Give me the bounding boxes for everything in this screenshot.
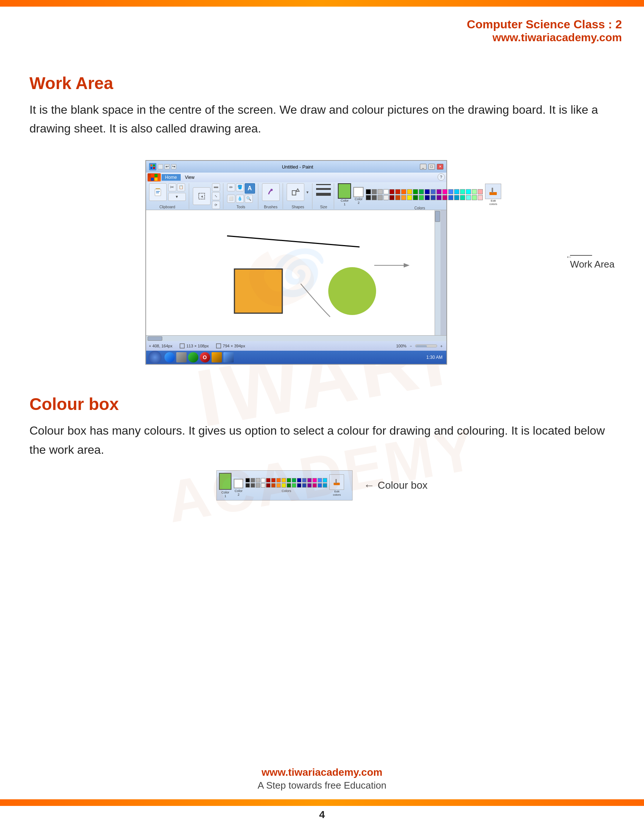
shapes-btn[interactable] [287,183,304,201]
svg-rect-0 [150,165,152,166]
folder-icon[interactable] [212,352,222,362]
colour-box-annotation: ← Colour box [364,479,427,492]
zoom-slider[interactable] [415,345,437,347]
ribbon-image: ⤡ ⟳ Image [193,183,223,209]
svg-point-14 [271,189,273,191]
color1-swatch[interactable] [338,183,351,199]
zoom-plus[interactable]: ＋ [439,343,443,349]
select-btn[interactable] [193,187,210,205]
clipboard-label: Clipboard [159,205,175,209]
size2-display: 794 × 394px [216,343,245,348]
minimize-btn[interactable]: _ [420,164,426,169]
mini-edit-colors[interactable]: Editcolors [329,474,344,496]
cut-btn[interactable]: ✂ [168,183,176,191]
fill-btn[interactable]: 🪣 [236,183,244,191]
paste-down-btn[interactable]: ▼ [168,193,186,201]
main-content: Work Area It is the blank space in the c… [0,47,644,556]
svg-rect-15 [292,191,296,195]
close-btn[interactable]: ✕ [437,164,443,169]
crop-btn[interactable] [212,183,220,191]
mini-swatches: Colors [246,478,327,493]
ie-icon[interactable] [165,352,175,362]
vertical-scrollbar[interactable] [435,210,440,335]
chrome-icon[interactable] [188,352,198,362]
svg-rect-26 [334,483,340,485]
scrollbar-thumb[interactable] [435,211,440,222]
coordinates: + 408, 164px [149,344,172,348]
mail-icon[interactable] [223,352,233,362]
svg-rect-18 [492,188,493,193]
svg-rect-11 [156,193,159,193]
ribbon-shapes: ▼ Shapes [287,183,313,209]
size1-display: 113 × 108px [180,343,208,348]
paint-menubar: Home View [146,172,447,182]
text-btn[interactable]: A [245,183,255,194]
page-number: 4 [0,809,644,821]
paint-drawings [146,210,440,335]
eraser-btn[interactable]: ⬜ [227,194,235,203]
paint-screenshot: ↩ ↪ Untitled - Paint _ □ ✕ ? [145,160,447,365]
paste-btn[interactable] [149,183,167,201]
explorer-icon[interactable] [176,352,186,362]
colour-box-side-label: Colour box [378,480,427,491]
zoom-btn[interactable]: 🔍 [245,194,253,203]
start-button[interactable] [148,351,161,364]
colour-box-body: Colour box has many colours. It gives us… [30,421,614,459]
resize-btn[interactable]: ⤡ [212,192,220,200]
help-btn[interactable]: ? [437,173,445,181]
rotate-btn[interactable]: ⟳ [212,201,220,209]
svg-rect-6 [151,178,154,181]
svg-rect-24 [180,344,184,348]
paint-canvas[interactable]: 🌀 [146,210,447,335]
colour-box-diagram: Color1 Color2 [30,470,614,500]
work-area-body: It is the blank space in the centre of t… [30,100,614,138]
svg-marker-16 [296,189,299,191]
svg-rect-25 [216,344,221,348]
shapes-label: Shapes [292,205,304,209]
edit-colors-btn[interactable]: Editcolors [485,183,501,206]
maximize-btn[interactable]: □ [428,164,435,169]
work-area-annotation: ← Work Area [570,255,614,270]
svg-line-19 [227,236,360,247]
menu-home[interactable]: Home [161,174,181,181]
pencil-btn[interactable]: ✏ [227,183,235,191]
ribbon-colors-section: Color1 Color2 [338,183,503,209]
paint-window-controls: _ □ ✕ [419,164,443,169]
svg-rect-1 [153,165,155,166]
copy-btn[interactable]: 📋 [177,183,185,191]
svg-rect-7 [155,178,158,181]
svg-rect-2 [150,167,152,169]
brushes-btn[interactable] [262,183,280,201]
svg-rect-10 [156,191,160,192]
svg-rect-4 [151,174,154,177]
color2-swatch[interactable] [353,187,364,197]
svg-rect-13 [214,187,218,188]
tools-label: Tools [237,205,245,209]
ribbon-clipboard: ✂ 📋 ▼ Clipboard [149,183,189,209]
horizontal-scrollbar[interactable] [146,335,447,341]
page-footer: www.tiwariacademy.com A Step towards fre… [0,759,644,798]
menu-view[interactable]: View [182,174,198,181]
svg-rect-27 [335,479,337,483]
zoom-controls: 100% － ＋ [396,343,443,349]
footer-url: www.tiwariacademy.com [7,767,637,778]
svg-point-21 [328,267,376,315]
zoom-minus[interactable]: － [409,343,413,349]
size-label: Size [320,205,327,209]
brushes-label: Brushes [264,205,277,209]
paint-ribbon: ✂ 📋 ▼ Clipboard [146,182,447,210]
opera-icon[interactable]: O [200,352,210,362]
paint-title: Untitled - Paint [179,164,416,169]
top-orange-bar [0,0,644,6]
header-website: www.tiwariacademy.com [22,31,622,44]
colorpicker-btn[interactable]: 💧 [236,194,244,203]
footer-subtitle: A Step towards free Education [7,780,637,791]
ribbon-tools: ✏ 🪣 A ⬜ 💧 🔍 Tools [227,183,259,209]
colour-box-heading: Colour box [30,394,614,414]
ribbon-size: Size [316,183,334,209]
mini-color2: Color2 [233,474,243,496]
page-header: Computer Science Class : 2 www.tiwariaca… [0,6,644,47]
work-area-side-label: Work Area [570,259,614,270]
paint-logo-btn[interactable] [147,173,161,182]
mini-color1: Color1 [219,473,232,498]
